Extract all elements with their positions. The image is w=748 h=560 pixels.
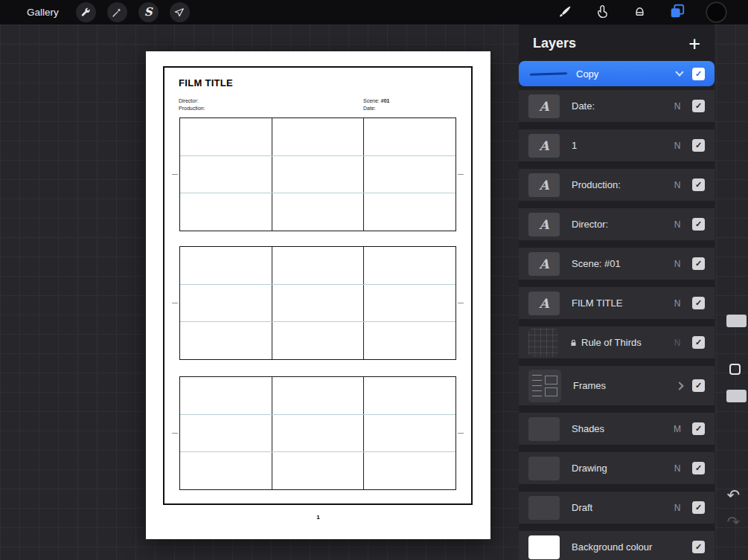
layer-thumbnail — [528, 417, 560, 441]
brush-size-slider-handle[interactable] — [726, 315, 747, 327]
transform-arrow-icon — [173, 7, 185, 19]
canvas-page[interactable]: FILM TITLE Director: Production: Scene: … — [146, 51, 490, 539]
layer-thumbnail — [528, 329, 558, 357]
layer-row-shades[interactable]: ShadesM✓ — [519, 413, 715, 445]
layer-row-production[interactable]: AProduction:N✓ — [519, 169, 715, 201]
chevron-down-icon[interactable] — [675, 68, 683, 76]
layer-thumbnail — [528, 496, 560, 520]
layer-visibility-checkbox[interactable]: ✓ — [692, 139, 705, 152]
layer-row-drawing[interactable]: DrawingN✓ — [519, 452, 715, 484]
layers-panel-title: Layers — [533, 36, 576, 51]
layer-thumbnail: A — [528, 173, 560, 197]
layer-thumbnail: A — [528, 134, 560, 158]
layer-thumbnail — [528, 457, 560, 480]
layer-row-1[interactable]: A1N✓ — [519, 129, 715, 161]
blend-mode-button[interactable]: M — [672, 424, 683, 434]
blend-mode-button[interactable]: N — [672, 503, 683, 513]
blend-mode-button[interactable]: N — [672, 463, 683, 474]
layer-row-copy[interactable]: Copy✓ — [519, 61, 715, 86]
gallery-button[interactable]: Gallery — [27, 7, 59, 18]
selection-button[interactable]: S — [138, 2, 159, 22]
actions-button[interactable] — [76, 2, 96, 22]
top-toolbar: Gallery S — [0, 0, 748, 25]
smudge-button[interactable] — [595, 4, 610, 22]
layer-row-date[interactable]: ADate:N✓ — [519, 90, 715, 122]
color-swatch-button[interactable] — [707, 3, 726, 22]
layer-name: Copy — [576, 68, 598, 80]
layer-row-rule-of-thirds[interactable]: Rule of ThirdsN✓ — [519, 326, 715, 358]
storyboard-frame-row-1 — [179, 118, 456, 231]
layer-visibility-checkbox[interactable]: ✓ — [692, 462, 705, 474]
layer-visibility-checkbox[interactable]: ✓ — [692, 257, 705, 270]
layer-thumbnail: A — [528, 94, 560, 118]
layer-name: Drawing — [572, 463, 607, 474]
modify-button[interactable] — [729, 364, 741, 375]
smudge-finger-icon — [595, 4, 610, 22]
blend-mode-button[interactable]: N — [672, 101, 683, 112]
production-label: Production: — [179, 105, 205, 112]
brush-button[interactable] — [557, 4, 573, 22]
layer-visibility-checkbox[interactable]: ✓ — [692, 297, 705, 309]
blend-mode-button[interactable]: N — [672, 141, 683, 151]
layer-row-frames[interactable]: Frames✓ — [519, 366, 715, 405]
sidebar-controls: ↶ ↷ — [714, 25, 748, 560]
layers-panel: Layers + Copy✓ADate:N✓A1N✓AProduction:N✓… — [519, 25, 715, 560]
magic-wand-icon — [111, 7, 123, 19]
layer-row-scene-01[interactable]: AScene: #01N✓ — [519, 248, 715, 280]
layer-thumbnail: A — [528, 213, 560, 236]
layer-list: Copy✓ADate:N✓A1N✓AProduction:N✓ADirector… — [519, 61, 715, 560]
opacity-slider-handle[interactable] — [726, 390, 747, 402]
redo-icon[interactable]: ↷ — [726, 514, 740, 530]
layer-name: Rule of Thirds — [570, 337, 642, 348]
blend-mode-button[interactable]: N — [672, 259, 683, 269]
layer-name: Shades — [572, 423, 604, 434]
layer-visibility-checkbox[interactable]: ✓ — [692, 218, 705, 231]
wrench-icon — [80, 7, 92, 19]
layer-name: Date: — [572, 100, 595, 112]
add-layer-button[interactable]: + — [688, 36, 700, 51]
layers-button[interactable] — [669, 3, 685, 22]
transform-button[interactable] — [170, 2, 190, 22]
layer-visibility-checkbox[interactable]: ✓ — [692, 379, 705, 392]
blend-mode-button[interactable]: N — [672, 338, 683, 348]
layer-visibility-checkbox[interactable]: ✓ — [692, 541, 705, 553]
blend-mode-button[interactable]: N — [672, 298, 683, 309]
layer-row-draft[interactable]: DraftN✓ — [519, 492, 715, 524]
layer-name: Scene: #01 — [572, 258, 621, 269]
layer-name: Frames — [573, 380, 606, 391]
undo-icon[interactable]: ↶ — [726, 487, 740, 503]
layer-row-director[interactable]: ADirector:N✓ — [519, 208, 715, 240]
layer-thumbnail: A — [528, 292, 560, 315]
director-label: Director: — [179, 97, 205, 105]
stroke-preview — [530, 72, 567, 76]
blend-mode-button[interactable]: N — [672, 219, 683, 230]
selection-icon: S — [144, 7, 153, 18]
layer-name: Production: — [572, 179, 621, 190]
blend-mode-button[interactable]: N — [672, 180, 683, 190]
layer-name: Director: — [572, 219, 608, 230]
layers-panel-header: Layers + — [519, 25, 715, 61]
layer-thumbnail — [528, 535, 560, 559]
layer-thumbnail — [528, 64, 570, 83]
toolbar-left-group: Gallery S — [0, 2, 190, 22]
paintbrush-icon — [557, 4, 573, 22]
storyboard-frame-row-3 — [179, 376, 456, 490]
layer-visibility-checkbox[interactable]: ✓ — [692, 68, 705, 80]
date-label: Date: — [363, 105, 389, 112]
layer-row-background-colour[interactable]: Background colour✓ — [519, 531, 715, 560]
layer-visibility-checkbox[interactable]: ✓ — [692, 100, 705, 112]
layer-visibility-checkbox[interactable]: ✓ — [692, 422, 705, 435]
layer-row-film-title[interactable]: AFILM TITLEN✓ — [519, 287, 715, 319]
layer-visibility-checkbox[interactable]: ✓ — [692, 336, 705, 349]
adjustments-button[interactable] — [107, 2, 127, 22]
storyboard-meta-right: Scene: #01 Date: — [363, 97, 389, 112]
chevron-right-icon[interactable] — [675, 382, 683, 390]
layer-name: 1 — [572, 140, 577, 151]
eraser-button[interactable] — [632, 4, 648, 22]
layer-visibility-checkbox[interactable]: ✓ — [692, 178, 705, 191]
scene-line: Scene: #01 — [363, 97, 389, 105]
storyboard-title: FILM TITLE — [179, 77, 233, 88]
storyboard-frame-row-2 — [179, 246, 456, 360]
lock-icon — [570, 339, 577, 347]
layer-visibility-checkbox[interactable]: ✓ — [692, 501, 705, 514]
